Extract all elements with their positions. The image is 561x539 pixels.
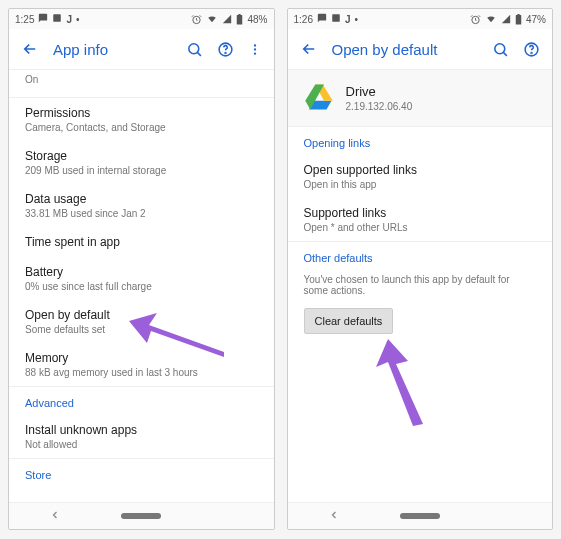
page-title: Open by default (332, 41, 479, 58)
row-label: On (25, 74, 258, 85)
alarm-icon (470, 14, 481, 25)
app-bar: Open by default (288, 29, 553, 70)
phone-right: 1:26 J • 47% (287, 8, 554, 530)
nav-home-pill[interactable] (400, 513, 440, 519)
app-header-text: Drive 2.19.132.06.40 (346, 84, 413, 112)
svg-point-8 (253, 48, 255, 50)
section-other-defaults: Other defaults (288, 241, 553, 270)
section-advanced[interactable]: Advanced (9, 386, 274, 415)
row-sub: 88 kB avg memory used in last 3 hours (25, 367, 258, 378)
row-install-unknown[interactable]: Install unknown apps Not allowed (9, 415, 274, 458)
row-sub: 0% use since last full charge (25, 281, 258, 292)
signal-icon (501, 14, 511, 24)
nav-home-pill[interactable] (121, 513, 161, 519)
row-label: Time spent in app (25, 235, 258, 249)
nav-bar (288, 502, 553, 529)
help-icon[interactable] (217, 41, 234, 58)
app-header: Drive 2.19.132.06.40 (288, 70, 553, 127)
svg-point-14 (495, 43, 505, 53)
svg-rect-13 (517, 14, 519, 15)
row-storage[interactable]: Storage 209 MB used in internal storage (9, 141, 274, 184)
battery-icon (236, 14, 243, 25)
dot-icon: • (76, 14, 80, 25)
app-bar: App info (9, 29, 274, 70)
notif-j-icon: J (345, 14, 351, 25)
notif-icon (331, 13, 341, 25)
overflow-icon[interactable] (248, 41, 262, 58)
status-right: 47% (470, 14, 546, 25)
battery-icon (515, 14, 522, 25)
row-datausage[interactable]: Data usage 33.81 MB used since Jan 2 (9, 184, 274, 227)
alarm-icon (191, 14, 202, 25)
clear-defaults-button[interactable]: Clear defaults (304, 308, 394, 334)
svg-rect-3 (239, 14, 241, 15)
row-sub: Camera, Contacts, and Storage (25, 122, 258, 133)
row-label: Data usage (25, 192, 258, 206)
row-sub: 209 MB used in internal storage (25, 165, 258, 176)
row-permissions[interactable]: Permissions Camera, Contacts, and Storag… (9, 97, 274, 141)
message-icon (38, 13, 48, 25)
section-opening-links: Opening links (288, 127, 553, 155)
wifi-icon (206, 14, 218, 24)
defaults-note: You've chosen to launch this app by defa… (288, 270, 553, 304)
status-bar: 1:25 J • 48% (9, 9, 274, 29)
svg-rect-2 (237, 15, 243, 24)
nav-back-icon[interactable] (328, 507, 340, 525)
status-right: 48% (191, 14, 267, 25)
row-label: Permissions (25, 106, 258, 120)
page-title: App info (53, 41, 172, 58)
app-name: Drive (346, 84, 413, 99)
wifi-icon (485, 14, 497, 24)
status-bar: 1:26 J • 47% (288, 9, 553, 29)
status-clock: 1:26 (294, 14, 313, 25)
dot-icon: • (355, 14, 359, 25)
drive-app-icon (304, 82, 334, 114)
row-supported-links[interactable]: Supported links Open * and other URLs (288, 198, 553, 241)
row-label: Open by default (25, 308, 258, 322)
battery-percent: 48% (247, 14, 267, 25)
message-icon (317, 13, 327, 25)
row-memory[interactable]: Memory 88 kB avg memory used in last 3 h… (9, 343, 274, 386)
svg-rect-0 (54, 14, 62, 22)
row-battery[interactable]: Battery 0% use since last full charge (9, 257, 274, 300)
phone-left: 1:25 J • 48% (8, 8, 275, 530)
svg-point-9 (253, 52, 255, 54)
search-icon[interactable] (492, 41, 509, 58)
status-left: 1:26 J • (294, 13, 359, 25)
row-label: Open supported links (304, 163, 537, 177)
nav-back-icon[interactable] (49, 507, 61, 525)
row-sub: Not allowed (25, 439, 258, 450)
back-icon[interactable] (300, 40, 318, 58)
svg-rect-10 (332, 14, 340, 22)
notif-j-icon: J (66, 14, 72, 25)
row-sub: Some defaults set (25, 324, 258, 335)
notif-icon (52, 13, 62, 25)
row-open-supported-links[interactable]: Open supported links Open in this app (288, 155, 553, 198)
row-sub: Open in this app (304, 179, 537, 190)
content: On Permissions Camera, Contacts, and Sto… (9, 70, 274, 502)
section-store[interactable]: Store (9, 458, 274, 487)
svg-rect-12 (516, 15, 522, 24)
svg-point-6 (225, 52, 226, 53)
row-on[interactable]: On (9, 70, 274, 97)
search-icon[interactable] (186, 41, 203, 58)
content: Drive 2.19.132.06.40 Opening links Open … (288, 70, 553, 502)
row-label: Install unknown apps (25, 423, 258, 437)
nav-bar (9, 502, 274, 529)
row-label: Battery (25, 265, 258, 279)
svg-point-4 (188, 43, 198, 53)
row-label: Memory (25, 351, 258, 365)
row-label: Supported links (304, 206, 537, 220)
row-open-by-default[interactable]: Open by default Some defaults set (9, 300, 274, 343)
status-left: 1:25 J • (15, 13, 80, 25)
row-time-in-app[interactable]: Time spent in app (9, 227, 274, 257)
help-icon[interactable] (523, 41, 540, 58)
back-icon[interactable] (21, 40, 39, 58)
svg-point-7 (253, 44, 255, 46)
signal-icon (222, 14, 232, 24)
row-sub: Open * and other URLs (304, 222, 537, 233)
row-sub: 33.81 MB used since Jan 2 (25, 208, 258, 219)
app-version: 2.19.132.06.40 (346, 101, 413, 112)
row-label: Storage (25, 149, 258, 163)
battery-percent: 47% (526, 14, 546, 25)
